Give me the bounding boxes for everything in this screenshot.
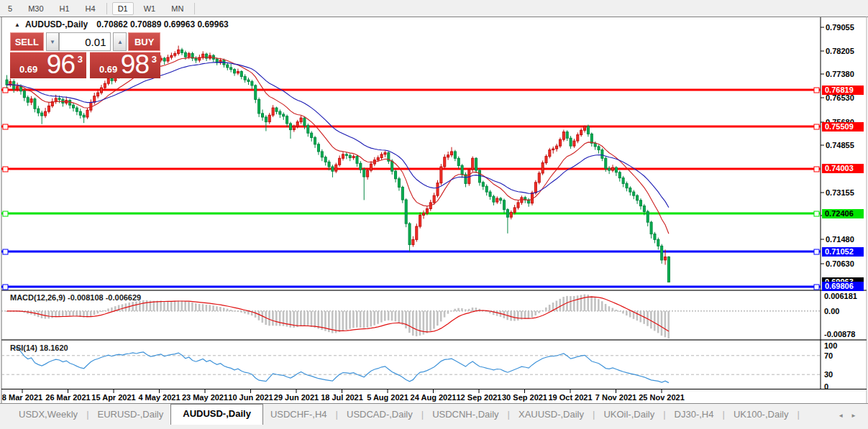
- date-label: 29 Jun 2021: [274, 393, 319, 402]
- buy-price-big: 98: [121, 50, 149, 80]
- tab-separator: |: [506, 405, 511, 425]
- date-label: 26 Mar 2021: [45, 393, 90, 402]
- chevron-down-icon: ▼: [50, 39, 55, 45]
- date-label: 7 Nov 2021: [595, 393, 636, 402]
- level-price-label: 0.71052: [822, 247, 864, 257]
- date-label: 12 Sep 2021: [457, 393, 502, 402]
- price-axis-tick: 0.78205: [826, 47, 854, 55]
- sell-price-display[interactable]: 0.69 96 3: [10, 52, 86, 78]
- volume-input[interactable]: [59, 32, 111, 51]
- symbol-tab-bar: USDX,Weekly|EURUSD-,DailyAUDUSD-,DailyUS…: [0, 403, 868, 429]
- date-label: 19 Oct 2021: [548, 393, 592, 402]
- level-price-label: 0.75509: [822, 122, 864, 132]
- tab-separator: |: [721, 405, 726, 425]
- tabs-scroll-right-icon[interactable]: ►: [851, 412, 864, 419]
- symbol-tab-eurusddaily[interactable]: EURUSD-,Daily: [91, 405, 171, 425]
- tab-separator: |: [334, 405, 339, 425]
- date-label: 5 Aug 2021: [367, 393, 408, 402]
- rsi-scale-label: 0: [824, 382, 828, 391]
- macd-scale-label: -0.00878: [824, 330, 855, 338]
- tabs-scroll-left-icon[interactable]: ◄: [838, 412, 851, 419]
- tab-separator: |: [85, 405, 90, 425]
- symbol-tab-usdcaddaily[interactable]: USDCAD-,Daily: [339, 405, 420, 425]
- date-label: 10 Jun 2021: [228, 393, 273, 402]
- buy-price-display[interactable]: 0.69 98 3: [90, 52, 160, 78]
- date-label: 30 Sep 2021: [502, 393, 547, 402]
- volume-increase-button[interactable]: ▲: [113, 32, 127, 51]
- one-click-trade-panel: SELL ▼ ▲ BUY 0.69 96 3 0.69 98 3: [10, 32, 160, 78]
- date-label: 8 Mar 2021: [2, 393, 42, 402]
- rsi-scale-label: 70: [824, 351, 833, 360]
- date-label: 18 Jul 2021: [321, 393, 363, 402]
- sell-price-prefix: 0.69: [19, 64, 37, 75]
- mt4-terminal: { "toolbar": {"timeframes": ["5","M30","…: [0, 0, 868, 429]
- symbol-tab-usdxweekly[interactable]: USDX,Weekly: [12, 405, 85, 425]
- price-axis-tick: 0.74855: [826, 141, 854, 149]
- rsi-indicator-label: RSI(14) 18.1620: [10, 343, 68, 352]
- level-price-label: 0.76819: [822, 86, 864, 95]
- price-axis-tick: 0.71480: [826, 235, 854, 244]
- level-price-label: 0.69806: [822, 282, 864, 291]
- symbol-tab-xauusddaily[interactable]: XAUUSD-,Daily: [511, 405, 591, 425]
- price-axis-tick: 0.70630: [826, 259, 854, 268]
- symbol-tab-ukoildaily[interactable]: UKOil-,Daily: [596, 405, 662, 425]
- price-axis-tick: 0.73155: [826, 188, 854, 197]
- chevron-up-icon: ▲: [117, 39, 123, 45]
- tab-separator: |: [662, 405, 667, 425]
- macd-indicator-label: MACD(12,26,9) -0.008108 -0.006629: [10, 293, 141, 302]
- rsi-scale-label: 30: [824, 370, 833, 379]
- chart-symbol-label: AUDUSD-,Daily: [25, 19, 88, 29]
- level-price-label: 0.74003: [822, 164, 864, 173]
- symbol-tab-usdchfh4[interactable]: USDCHF-,H4: [263, 405, 334, 425]
- sell-price-sup: 3: [78, 54, 83, 65]
- sell-price-big: 96: [47, 50, 75, 80]
- date-label: 15 Apr 2021: [91, 393, 135, 402]
- macd-scale-label: 0.006181: [824, 292, 857, 300]
- rsi-scale-label: 100: [824, 341, 837, 350]
- price-axis-tick: 0.77380: [826, 70, 854, 78]
- buy-button[interactable]: BUY: [128, 32, 160, 51]
- volume-decrease-button[interactable]: ▼: [46, 32, 60, 51]
- date-label: 23 May 2021: [182, 393, 228, 402]
- macd-scale-label: 0.00: [824, 307, 839, 315]
- tab-separator: |: [420, 405, 425, 425]
- symbol-tab-dj30h4[interactable]: DJ30-,H4: [667, 405, 721, 425]
- buy-price-prefix: 0.69: [99, 64, 117, 75]
- tab-separator: |: [795, 405, 800, 425]
- tab-separator: |: [591, 405, 596, 425]
- date-label: 25 Nov 2021: [639, 393, 685, 402]
- buy-price-sup: 3: [152, 54, 157, 65]
- symbol-tab-uk100daily[interactable]: UK100-,Daily: [726, 405, 796, 425]
- chart-ohlc-values: 0.70862 0.70889 0.69963 0.69963: [96, 19, 229, 29]
- symbol-tab-usdcnhdaily[interactable]: USDCNH-,Daily: [425, 405, 506, 425]
- date-label: 4 May 2021: [138, 393, 180, 402]
- sell-button[interactable]: SELL: [10, 32, 44, 51]
- symbol-tab-audusddaily[interactable]: AUDUSD-,Daily: [170, 404, 263, 425]
- price-axis-tick: 0.79055: [826, 23, 854, 32]
- collapse-panel-icon[interactable]: ▲: [14, 22, 20, 28]
- level-price-label: 0.72406: [822, 209, 864, 218]
- date-label: 24 Aug 2021: [411, 393, 457, 402]
- chart-title: ▲ AUDUSD-,Daily 0.70862 0.70889 0.69963 …: [14, 19, 229, 29]
